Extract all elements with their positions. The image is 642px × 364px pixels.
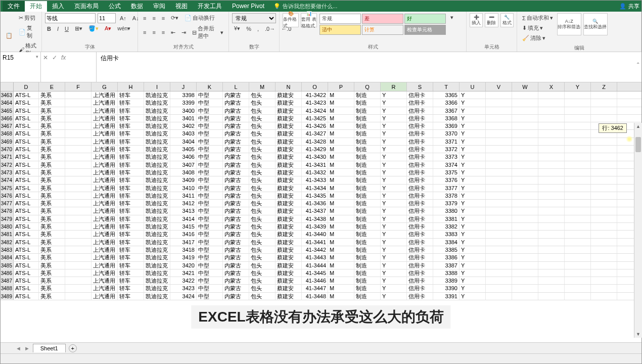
scroll-up-icon[interactable]: ▲	[634, 123, 642, 130]
column-header-E[interactable]: E	[39, 82, 65, 91]
cell[interactable]: 包头	[249, 246, 276, 253]
cell[interactable]: Y	[381, 215, 407, 222]
cell[interactable]: 凯迪拉克	[144, 231, 170, 238]
cell[interactable]: 3386	[433, 254, 460, 261]
column-header-S[interactable]: S	[407, 82, 433, 91]
cell[interactable]: ATS-L	[14, 239, 39, 246]
cell[interactable]: Y	[381, 277, 407, 284]
cell[interactable]: 美系	[39, 176, 65, 184]
cell[interactable]	[591, 277, 617, 284]
cell[interactable]	[591, 262, 617, 269]
column-header-I[interactable]: I	[144, 82, 170, 91]
sort-filter-button[interactable]: A↓Z排序和筛选	[557, 13, 581, 35]
cell[interactable]	[538, 146, 565, 153]
column-header-Q[interactable]: Q	[354, 82, 381, 91]
cell[interactable]: 内蒙古	[223, 99, 249, 106]
cell[interactable]: Y	[381, 246, 407, 253]
cell[interactable]: 包头	[249, 262, 276, 269]
cell[interactable]: Y	[460, 107, 486, 114]
cell[interactable]	[591, 92, 617, 99]
cell[interactable]: 制造	[354, 99, 381, 106]
cell[interactable]	[591, 239, 617, 246]
cell[interactable]: 轿车	[118, 200, 144, 207]
cell[interactable]: 41-3428	[302, 138, 328, 145]
cell[interactable]	[591, 293, 617, 300]
cell[interactable]: 3371	[433, 138, 460, 145]
column-header-K[interactable]: K	[197, 82, 223, 91]
cell[interactable]: Y	[460, 254, 486, 261]
cell[interactable]: M	[328, 246, 354, 253]
cell[interactable]: 3366	[433, 99, 460, 106]
menu-data[interactable]: 数据	[126, 1, 148, 12]
cell[interactable]: 3391	[433, 293, 460, 300]
cell[interactable]	[65, 192, 91, 199]
cell[interactable]: 3404	[170, 138, 197, 145]
cell[interactable]: 制造	[354, 185, 381, 192]
cell[interactable]	[65, 239, 91, 246]
cell[interactable]: M	[328, 207, 354, 214]
cell[interactable]: 包头	[249, 161, 276, 168]
cell[interactable]: 凯迪拉克	[144, 262, 170, 269]
cell[interactable]: 包头	[249, 223, 276, 230]
cell[interactable]: 制造	[354, 223, 381, 230]
cell[interactable]: 3374	[433, 161, 460, 168]
cell[interactable]: 蔡建安	[276, 146, 302, 153]
cell[interactable]	[486, 138, 512, 145]
cell[interactable]: 轿车	[118, 153, 144, 160]
cell[interactable]: 美系	[39, 231, 65, 238]
cell[interactable]: 包头	[249, 122, 276, 129]
cell[interactable]: 3403	[170, 130, 197, 137]
cell[interactable]	[565, 207, 591, 214]
cell[interactable]: 凯迪拉克	[144, 122, 170, 129]
cell[interactable]	[565, 146, 591, 153]
cell[interactable]: 凯迪拉克	[144, 146, 170, 153]
cell[interactable]	[538, 92, 565, 99]
cell[interactable]: 包头	[249, 207, 276, 214]
cell[interactable]: Y	[460, 200, 486, 207]
cell[interactable]: Y	[460, 207, 486, 214]
cell[interactable]: 41-3424	[302, 107, 328, 114]
copy-button[interactable]: 📄 复制	[17, 23, 38, 40]
row-header[interactable]: 3470	[1, 146, 14, 153]
cell[interactable]	[512, 293, 538, 300]
cell[interactable]	[486, 254, 512, 261]
cell[interactable]: 制造	[354, 200, 381, 207]
cell[interactable]: 内蒙古	[223, 169, 249, 176]
cell[interactable]: 美系	[39, 200, 65, 207]
cell[interactable]: 信用卡	[407, 239, 433, 246]
cell[interactable]: 41-3423	[302, 99, 328, 106]
row-header[interactable]: 3469	[1, 138, 14, 145]
cell[interactable]	[565, 254, 591, 261]
cell[interactable]	[591, 246, 617, 253]
cell[interactable]: 3415	[170, 223, 197, 230]
cell[interactable]: 41-3442	[302, 246, 328, 253]
cell[interactable]: 中型	[197, 169, 223, 176]
cell[interactable]	[512, 176, 538, 184]
phonetic-button[interactable]: wén▾	[115, 24, 132, 33]
cell[interactable]: 中型	[197, 231, 223, 238]
cell[interactable]: 上汽通用	[91, 277, 118, 284]
cell[interactable]: 中型	[197, 200, 223, 207]
cell[interactable]: 凯迪拉克	[144, 176, 170, 184]
cell[interactable]	[565, 153, 591, 160]
percent-button[interactable]: %	[244, 25, 253, 33]
cell[interactable]	[512, 161, 538, 168]
cell[interactable]: Y	[381, 153, 407, 160]
cell[interactable]	[565, 246, 591, 253]
cell[interactable]: 3406	[170, 153, 197, 160]
column-header-T[interactable]: T	[433, 82, 460, 91]
cell[interactable]	[486, 246, 512, 253]
cell[interactable]: 中型	[197, 192, 223, 199]
cell[interactable]: 3376	[433, 176, 460, 184]
row-header[interactable]: 3485	[1, 262, 14, 269]
cell[interactable]: 蔡建安	[276, 246, 302, 253]
cell[interactable]: 包头	[249, 185, 276, 192]
cell[interactable]: 轿车	[118, 223, 144, 230]
cell[interactable]	[512, 146, 538, 153]
cell[interactable]: M	[328, 285, 354, 292]
cell[interactable]: 信用卡	[407, 277, 433, 284]
cell[interactable]: 制造	[354, 138, 381, 145]
cell[interactable]: 41-3434	[302, 185, 328, 192]
cell[interactable]	[565, 138, 591, 145]
cell[interactable]: 凯迪拉克	[144, 161, 170, 168]
